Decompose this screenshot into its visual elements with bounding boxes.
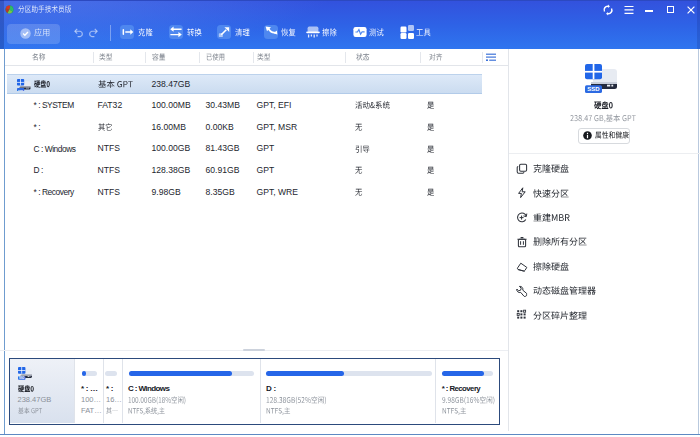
svg-text:SSD: SSD — [18, 88, 23, 91]
svg-text:SSD: SSD — [587, 86, 600, 92]
svg-text:SSD: SSD — [19, 376, 24, 380]
